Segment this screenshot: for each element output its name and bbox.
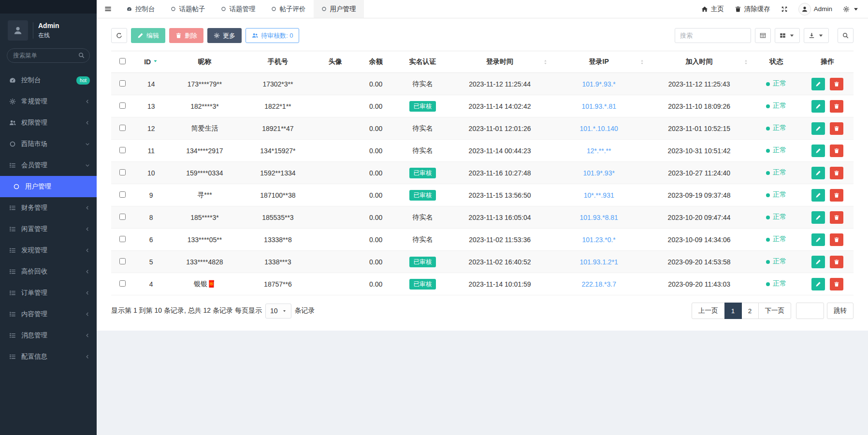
cell-avatar xyxy=(315,229,356,251)
cell-balance: 0.00 xyxy=(356,140,396,162)
refresh-button[interactable] xyxy=(111,28,127,43)
sidebar-item-recycle[interactable]: 高价回收 xyxy=(0,261,97,282)
row-delete-button[interactable] xyxy=(830,189,843,202)
sidebar-item-market[interactable]: 西陆市场 xyxy=(0,133,97,155)
row-delete-button[interactable] xyxy=(830,167,843,179)
column-header-login_time[interactable]: 登录时间 xyxy=(449,51,550,73)
more-button[interactable]: 更多 xyxy=(207,28,242,43)
sidebar-item-orders[interactable]: 订单管理 xyxy=(0,282,97,304)
admin-menu[interactable]: Admin xyxy=(798,3,832,15)
pagination-group: 上一页 12下一页 xyxy=(692,303,791,319)
home-link[interactable]: 主页 xyxy=(701,5,724,14)
login-ip-link[interactable]: 101.9*.93* xyxy=(583,169,614,177)
cell-avatar xyxy=(315,162,356,184)
row-delete-button[interactable] xyxy=(830,122,843,135)
sidebar-item-content[interactable]: 内容管理 xyxy=(0,304,97,325)
page-size-select[interactable]: 10 xyxy=(265,304,291,319)
row-edit-button[interactable] xyxy=(811,211,825,224)
row-checkbox[interactable] xyxy=(119,147,126,153)
tab-topic-posts[interactable]: 话题帖子 xyxy=(163,0,213,18)
row-edit-button[interactable] xyxy=(811,78,825,90)
row-edit-button[interactable] xyxy=(811,122,825,135)
row-checkbox[interactable] xyxy=(119,80,126,87)
row-checkbox[interactable] xyxy=(119,214,126,220)
page-button-2[interactable]: 2 xyxy=(741,303,759,319)
row-checkbox[interactable] xyxy=(119,236,126,242)
row-delete-button[interactable] xyxy=(830,100,843,113)
pencil-icon xyxy=(815,259,821,265)
page-button-1[interactable]: 1 xyxy=(724,303,742,319)
row-delete-button[interactable] xyxy=(830,233,843,246)
cell-phone: 134*15927* xyxy=(241,140,315,162)
login-ip-link[interactable]: 10*.**.931 xyxy=(584,191,614,199)
login-ip-link[interactable]: 101.*.10.140 xyxy=(579,125,618,132)
tab-console[interactable]: 控制台 xyxy=(119,0,163,18)
sidebar-item-users[interactable]: 用户管理 xyxy=(0,176,97,197)
sidebar-item-messages[interactable]: 消息管理 xyxy=(0,325,97,346)
cell-id: 11 xyxy=(134,140,169,162)
sidebar-item-discover[interactable]: 发现管理 xyxy=(0,240,97,261)
sidebar-item-members[interactable]: 会员管理 xyxy=(0,155,97,176)
next-page-button[interactable]: 下一页 xyxy=(758,303,792,319)
sidebar-item-config[interactable]: 配置信息 xyxy=(0,346,97,367)
sidebar-toggle-button[interactable] xyxy=(97,0,119,18)
advanced-search-button[interactable] xyxy=(838,28,854,43)
row-checkbox[interactable] xyxy=(119,280,126,287)
row-edit-button[interactable] xyxy=(811,278,825,290)
login-ip-link[interactable]: 101.93.*.81 xyxy=(581,102,616,110)
jump-button[interactable]: 跳转 xyxy=(827,303,854,319)
tab-post-review[interactable]: 帖子评价 xyxy=(263,0,314,18)
jump-page-input[interactable] xyxy=(796,303,824,319)
column-header-login_ip[interactable]: 登录IP xyxy=(550,51,647,73)
settings-menu[interactable] xyxy=(843,6,859,13)
sidebar-item-finance[interactable]: 财务管理 xyxy=(0,197,97,218)
edit-button[interactable]: 编辑 xyxy=(131,28,165,43)
row-delete-button[interactable] xyxy=(830,256,843,268)
row-edit-button[interactable] xyxy=(811,189,825,202)
sidebar-item-general[interactable]: 常规管理 xyxy=(0,91,97,112)
clear-cache-link[interactable]: 清除缓存 xyxy=(735,5,770,14)
login-ip-link[interactable]: 101.9*.93.* xyxy=(582,80,616,88)
sidebar-item-idle[interactable]: 闲置管理 xyxy=(0,218,97,240)
sidebar-item-permissions[interactable]: 权限管理 xyxy=(0,112,97,133)
row-delete-button[interactable] xyxy=(830,211,843,224)
export-button[interactable] xyxy=(804,28,829,43)
login-ip-link[interactable]: 222.18.*3.7 xyxy=(581,280,616,288)
cell-phone: 13338**8 xyxy=(241,229,315,251)
login-ip-link[interactable]: 101.23.*0.* xyxy=(582,236,616,244)
row-edit-button[interactable] xyxy=(811,167,825,179)
row-checkbox[interactable] xyxy=(119,191,126,198)
table-search-input[interactable] xyxy=(675,28,751,43)
delete-button[interactable]: 删除 xyxy=(169,28,203,43)
row-edit-button[interactable] xyxy=(811,256,825,268)
cell-avatar xyxy=(315,117,356,140)
row-edit-button[interactable] xyxy=(811,145,825,157)
login-ip-link[interactable]: 101.93.*8.81 xyxy=(579,214,618,221)
tab-user-manage[interactable]: 用户管理 xyxy=(314,0,364,18)
row-delete-button[interactable] xyxy=(830,78,843,90)
row-delete-button[interactable] xyxy=(830,278,843,290)
columns-button[interactable] xyxy=(775,28,800,43)
row-delete-button[interactable] xyxy=(830,145,843,157)
column-header-join_time[interactable]: 加入时间 xyxy=(647,51,751,73)
prev-page-button[interactable]: 上一页 xyxy=(692,303,725,319)
fullscreen-button[interactable] xyxy=(781,6,788,13)
column-header-id[interactable]: ID xyxy=(134,51,169,73)
row-checkbox[interactable] xyxy=(119,102,126,109)
refresh-icon xyxy=(116,32,122,39)
tab-topic-manage[interactable]: 话题管理 xyxy=(213,0,263,18)
column-header-select-all[interactable] xyxy=(111,51,134,73)
row-checkbox[interactable] xyxy=(119,258,126,264)
toggle-view-button[interactable] xyxy=(755,28,771,43)
menu-search-input[interactable] xyxy=(7,48,90,63)
login-ip-link[interactable]: 101.93.1.2*1 xyxy=(579,258,618,266)
pending-review-button[interactable]: 待审核数: 0 xyxy=(246,28,299,43)
row-edit-button[interactable] xyxy=(811,100,825,113)
row-edit-button[interactable] xyxy=(811,233,825,246)
row-checkbox[interactable] xyxy=(119,125,126,131)
login-ip-link[interactable]: 12*.**.** xyxy=(587,147,611,155)
select-all-checkbox[interactable] xyxy=(119,58,126,64)
row-checkbox[interactable] xyxy=(119,169,126,175)
pending-label: 待审核数: 0 xyxy=(261,31,293,40)
sidebar-item-console[interactable]: 控制台 hot xyxy=(0,70,97,91)
